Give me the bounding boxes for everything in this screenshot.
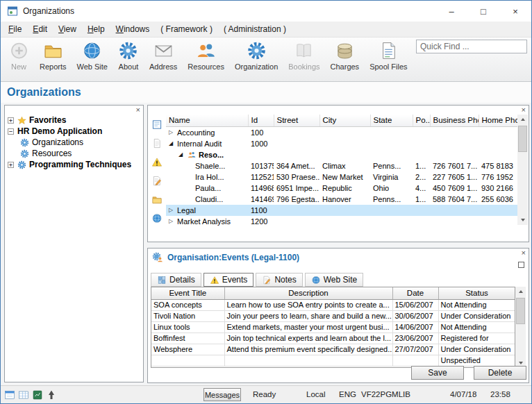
panel-close-icon[interactable]: × (522, 249, 526, 257)
table-icon (18, 389, 29, 401)
column-header-city[interactable]: City (319, 115, 370, 126)
menu-view[interactable]: View (53, 22, 82, 36)
event-row-linux-tools[interactable]: Linux toolsExtend markets, master your m… (151, 321, 515, 333)
cell-state: Penns... (370, 194, 413, 205)
charges-icon (335, 41, 355, 60)
vertical-scrollbar[interactable] (517, 115, 528, 225)
column-header-business-pho[interactable]: Business Pho... (430, 115, 479, 126)
menu-windows[interactable]: Windows (110, 22, 156, 36)
cell-city: New Market (319, 171, 370, 183)
column-header-street[interactable]: Street (274, 115, 319, 126)
tab-notes[interactable]: Notes (256, 273, 302, 287)
spool-files-button[interactable]: Spool Files (365, 39, 412, 79)
cell-id: 1000 (248, 138, 274, 149)
quick-find-input[interactable] (416, 40, 527, 53)
charges-button[interactable]: Charges (326, 39, 365, 79)
vertical-scrollbar[interactable] (515, 287, 526, 368)
close-button[interactable]: × (499, 1, 531, 22)
scroll-down-icon[interactable] (517, 214, 528, 225)
table-button[interactable] (18, 389, 29, 401)
panel-close-icon[interactable]: × (522, 106, 526, 114)
expand-panel-icon[interactable] (518, 262, 524, 268)
window-button[interactable] (4, 389, 15, 401)
scroll-up-icon[interactable] (515, 287, 526, 297)
org-row-market-analysis[interactable]: ▷Market Analysis1200 (166, 216, 519, 227)
menu-help[interactable]: Help (82, 22, 110, 36)
event-row[interactable]: Unspecified (151, 355, 515, 366)
scroll-thumb[interactable] (518, 126, 527, 152)
web-site-button[interactable]: Web Site (72, 39, 113, 79)
org-row-accounting[interactable]: ▷Accounting100 (166, 126, 519, 138)
tree-item-programming-techniques[interactable]: +Programming Techniques (5, 159, 143, 170)
scroll-up-icon[interactable] (517, 115, 528, 125)
org-row-ira-hol[interactable]: Ira Hol...112521530 Praese...New MarketV… (166, 171, 519, 183)
column-header-po[interactable]: Po... (413, 115, 430, 126)
org-row-shaele[interactable]: Shaele...101375364 Amet...ClimaxPenns...… (166, 160, 519, 171)
about-button[interactable]: About (113, 39, 144, 79)
row-expander-icon[interactable]: ▷ (169, 207, 176, 213)
menu-administration[interactable]: ( Administration ) (218, 22, 292, 36)
cell-business: 726 7601 7... (430, 160, 479, 171)
column-header-event-title[interactable]: Event Title (151, 287, 224, 299)
tab-events[interactable]: Events (203, 273, 254, 287)
event-row-boffinfest[interactable]: BoffinfestJoin top technical experts and… (151, 333, 515, 344)
address-button[interactable]: Address (144, 39, 182, 79)
form-button[interactable] (151, 119, 163, 130)
note-button[interactable] (151, 175, 163, 186)
delete-button[interactable]: Delete (474, 366, 526, 380)
new-icon (9, 41, 29, 60)
tree-expander-icon[interactable]: + (8, 117, 14, 124)
row-expander-icon[interactable]: ◢ (178, 151, 185, 158)
menu-file[interactable]: File (3, 22, 27, 36)
org-row-reso[interactable]: ◢Reso... (166, 149, 519, 160)
monitor-button[interactable] (32, 389, 43, 401)
cell-home: 776 1952 (479, 171, 519, 183)
tab-web-site[interactable]: Web Site (305, 273, 363, 287)
minimize-button[interactable]: – (435, 1, 467, 22)
panel-close-icon[interactable]: × (136, 106, 140, 114)
cell-name: ◢Reso... (166, 149, 248, 160)
cell-business (430, 216, 479, 227)
org-row-paula[interactable]: Paula...1149686951 Impe...RepublicOhio4.… (166, 183, 519, 194)
globe-button[interactable] (151, 212, 163, 224)
menu-edit[interactable]: Edit (27, 22, 53, 36)
column-header-id[interactable]: Id (248, 115, 274, 126)
organizations-panel: × NameIdStreetCityStatePo...Business Pho… (147, 105, 529, 242)
tree-expander-icon[interactable]: + (8, 162, 14, 168)
save-button[interactable]: Save (411, 366, 464, 380)
document-button[interactable] (151, 137, 163, 149)
tree-expander-icon[interactable]: − (8, 128, 14, 135)
tree-item-resources[interactable]: Resources (5, 148, 143, 159)
tree-item-hr-demo-application[interactable]: −HR Demo Application (5, 126, 143, 137)
organization-button[interactable]: Organization (230, 39, 283, 79)
tree-item-organizations[interactable]: Organizations (5, 137, 143, 148)
column-header-name[interactable]: Name (166, 115, 248, 126)
event-row-websphere[interactable]: WebsphereAttend this premium event speci… (151, 344, 515, 355)
column-header-description[interactable]: Description (224, 287, 392, 299)
row-expander-icon[interactable]: ◢ (169, 140, 176, 146)
column-header-date[interactable]: Date (392, 287, 438, 299)
column-header-home-phone[interactable]: Home Phone (479, 115, 519, 126)
tab-details[interactable]: Details (151, 273, 201, 287)
event-row-tivoli-nation[interactable]: Tivoli NationJoin your peers to learn, s… (151, 310, 515, 321)
column-header-status[interactable]: Status (438, 287, 515, 299)
cell-name: Claudi... (166, 194, 248, 205)
row-expander-icon[interactable]: ▷ (169, 218, 176, 224)
pointer-button[interactable] (46, 389, 57, 401)
row-expander-icon[interactable]: ▷ (169, 129, 176, 135)
org-row-legal[interactable]: ▷Legal1100 (166, 205, 519, 216)
column-header-state[interactable]: State (370, 115, 413, 126)
folder-button[interactable] (151, 194, 163, 205)
resources-button[interactable]: Resources (183, 39, 229, 79)
event-row-soa-concepts[interactable]: SOA conceptsLearn how to use SOA entry p… (151, 299, 515, 310)
org-row-internal-audit[interactable]: ◢Internal Audit1000 (166, 138, 519, 149)
events-table: Event TitleDescriptionDateStatus SOA con… (151, 287, 515, 367)
menu-framework[interactable]: ( Framework ) (155, 22, 218, 36)
tree-item-favorites[interactable]: +Favorites (5, 115, 143, 126)
warning-button[interactable] (151, 156, 163, 167)
messages-button[interactable]: Messages (203, 388, 241, 401)
form-icon (151, 119, 163, 130)
reports-button[interactable]: Reports (35, 39, 72, 79)
maximize-button[interactable]: □ (467, 1, 499, 22)
org-row-claudi[interactable]: Claudi...141469796 Egesta...HanoverPenns… (166, 194, 519, 205)
